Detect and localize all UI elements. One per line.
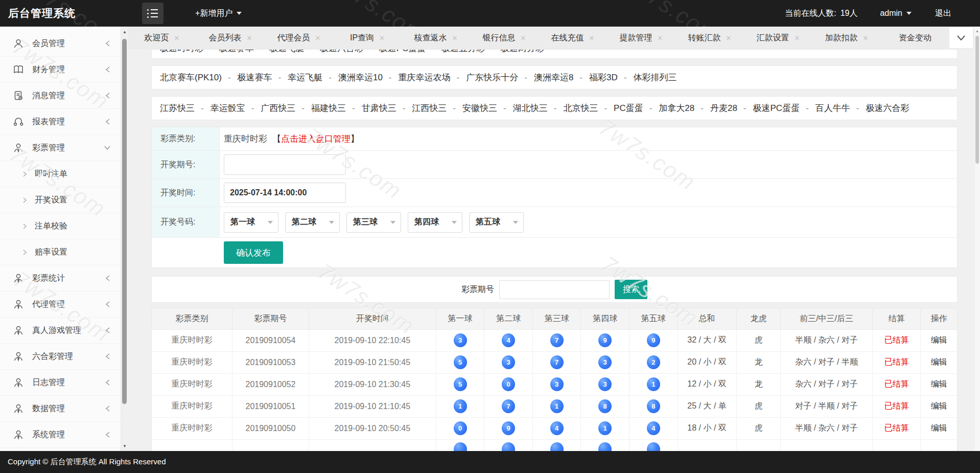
- game-link[interactable]: 湖北快三: [497, 103, 548, 113]
- tab-overflow-button[interactable]: [949, 28, 973, 48]
- online-count: 当前在线人数: 19人: [785, 8, 857, 19]
- game-link[interactable]: 北京赛车(PK10): [160, 73, 222, 82]
- tab-2[interactable]: 会员列表✕: [196, 27, 265, 49]
- edit-link[interactable]: 编辑: [931, 379, 947, 388]
- game-link[interactable]: 极速两分彩: [485, 49, 544, 53]
- sidebar-subitem-draw-settings[interactable]: 开奖设置: [0, 187, 121, 213]
- scrollbar-thumb[interactable]: [975, 36, 979, 164]
- tab-3[interactable]: 代理会员✕: [265, 27, 333, 49]
- close-icon[interactable]: ✕: [247, 34, 252, 42]
- game-link[interactable]: 百人牛牛: [800, 103, 850, 113]
- sidebar-item-system-mgmt[interactable]: 系统管理: [0, 422, 121, 448]
- issue-search-input[interactable]: [499, 280, 610, 299]
- sidebar-item-mark6-mgmt[interactable]: 六合彩管理: [0, 344, 121, 370]
- game-link[interactable]: 重庆幸运农场: [383, 73, 451, 82]
- sidebar-item-lottery-stats[interactable]: 彩票统计: [0, 265, 121, 291]
- scroll-down-icon[interactable]: ▼: [121, 442, 128, 450]
- sidebar-item-message-mgmt[interactable]: 消息管理: [0, 83, 121, 109]
- sidebar-item-agent-mgmt[interactable]: 代理管理: [0, 291, 121, 318]
- edit-link[interactable]: 编辑: [931, 357, 947, 366]
- sidebar-item-report-mgmt[interactable]: 报表管理: [0, 109, 121, 135]
- hamburger-menu-icon[interactable]: [142, 3, 164, 24]
- ball-select-2[interactable]: 第二球: [285, 212, 340, 233]
- logout-button[interactable]: 退出: [935, 8, 951, 19]
- game-link[interactable]: 江苏快三: [160, 103, 195, 113]
- game-link[interactable]: 广东快乐十分: [451, 73, 519, 82]
- game-link[interactable]: 加拿大28: [643, 103, 695, 113]
- game-link[interactable]: 极速赛车: [203, 49, 254, 53]
- ball-select-5[interactable]: 第五球: [469, 212, 524, 233]
- tab-11[interactable]: 加款扣款✕: [812, 27, 881, 49]
- game-link[interactable]: 极速飞艇: [254, 49, 305, 53]
- edit-link[interactable]: 编辑: [931, 423, 947, 432]
- tab-4[interactable]: IP查询✕: [333, 27, 402, 49]
- game-link[interactable]: 幸运骰宝: [195, 103, 245, 113]
- tab-8[interactable]: 提款管理✕: [607, 27, 675, 49]
- close-icon[interactable]: ✕: [315, 34, 321, 42]
- tab-7[interactable]: 在线充值✕: [539, 27, 607, 49]
- game-link[interactable]: 丹麦28: [694, 103, 737, 113]
- ball-select-4[interactable]: 第四球: [408, 212, 462, 233]
- sidebar-item-finance-mgmt[interactable]: 财务管理: [0, 57, 121, 83]
- draw-time-input[interactable]: [224, 183, 346, 203]
- page-scrollbar[interactable]: ▲: [974, 27, 980, 451]
- add-user-button[interactable]: +新增用户: [195, 8, 242, 19]
- game-link[interactable]: 安徽快三: [447, 103, 497, 113]
- game-link[interactable]: 江西快三: [396, 103, 447, 113]
- game-link[interactable]: PC蛋蛋: [598, 103, 643, 113]
- close-icon[interactable]: ✕: [379, 34, 385, 42]
- sidebar-subitem-odds-settings[interactable]: 赔率设置: [0, 239, 121, 265]
- tab-6[interactable]: 银行信息✕: [470, 27, 539, 49]
- sidebar-item-log-mgmt[interactable]: 日志管理: [0, 370, 121, 396]
- game-link[interactable]: 澳洲幸运10: [322, 73, 383, 82]
- close-icon[interactable]: ✕: [452, 34, 458, 42]
- ball-select-3[interactable]: 第三球: [346, 212, 401, 233]
- tab-5[interactable]: 核查返水✕: [402, 27, 470, 49]
- sidebar-item-lottery-mgmt[interactable]: 彩票管理: [0, 135, 121, 161]
- sidebar-subitem-live-bets[interactable]: 即时注单: [0, 161, 121, 187]
- game-link[interactable]: 极速五分彩: [426, 49, 485, 53]
- sidebar-scrollbar[interactable]: ▲ ▼: [121, 27, 128, 451]
- tab-9[interactable]: 转账汇款✕: [675, 27, 744, 49]
- game-link[interactable]: 幸运飞艇: [272, 73, 323, 82]
- game-link[interactable]: 体彩排列三: [618, 73, 677, 82]
- game-link[interactable]: 极速赛车: [222, 73, 272, 82]
- game-link[interactable]: 极速六合彩: [304, 49, 363, 53]
- panel-manage-link[interactable]: 点击进入盘口管理: [281, 134, 351, 144]
- game-link[interactable]: 澳洲幸运8: [518, 73, 573, 82]
- close-icon[interactable]: ✕: [863, 34, 869, 42]
- game-link[interactable]: 极速六合彩: [850, 103, 909, 113]
- issue-input[interactable]: [224, 154, 346, 175]
- cell-dragon-tiger: 虎: [736, 329, 781, 351]
- game-link[interactable]: 福彩3D: [573, 73, 617, 82]
- game-link[interactable]: 甘肃快三: [346, 103, 396, 113]
- search-button[interactable]: 搜索: [615, 280, 647, 299]
- confirm-publish-button[interactable]: 确认发布: [224, 241, 283, 264]
- scrollbar-thumb[interactable]: [122, 39, 127, 404]
- ball-select-1[interactable]: 第一球: [224, 212, 278, 233]
- game-link[interactable]: 福建快三: [295, 103, 346, 113]
- close-icon[interactable]: ✕: [726, 34, 732, 42]
- admin-dropdown[interactable]: admin: [880, 9, 912, 18]
- edit-link[interactable]: 编辑: [931, 335, 947, 344]
- close-icon[interactable]: ✕: [795, 34, 800, 42]
- sidebar-item-data-mgmt[interactable]: 数据管理: [0, 396, 121, 422]
- close-icon[interactable]: ✕: [658, 34, 663, 42]
- sidebar-item-member-mgmt[interactable]: 会员管理: [0, 31, 121, 57]
- close-icon[interactable]: ✕: [174, 34, 180, 42]
- edit-link[interactable]: 编辑: [931, 401, 947, 410]
- tab-1[interactable]: 欢迎页✕: [128, 27, 196, 49]
- scroll-up-icon[interactable]: ▲: [121, 28, 128, 36]
- tab-10[interactable]: 汇款设置✕: [744, 27, 812, 49]
- game-link[interactable]: 极速时时彩: [160, 49, 203, 53]
- tab-12[interactable]: 资金变动: [881, 27, 949, 49]
- game-link[interactable]: 北京快三: [548, 103, 598, 113]
- sidebar-item-live-game-mgmt[interactable]: 真人游戏管理: [0, 318, 121, 344]
- close-icon[interactable]: ✕: [589, 34, 595, 42]
- game-link[interactable]: 广西快三: [245, 103, 296, 113]
- close-icon[interactable]: ✕: [521, 34, 526, 42]
- game-link[interactable]: 极速PC蛋蛋: [737, 103, 800, 113]
- sidebar-subitem-bet-verify[interactable]: 注单校验: [0, 213, 121, 239]
- scroll-up-icon[interactable]: ▲: [974, 27, 980, 34]
- game-link[interactable]: 极速PC蛋蛋: [363, 49, 426, 53]
